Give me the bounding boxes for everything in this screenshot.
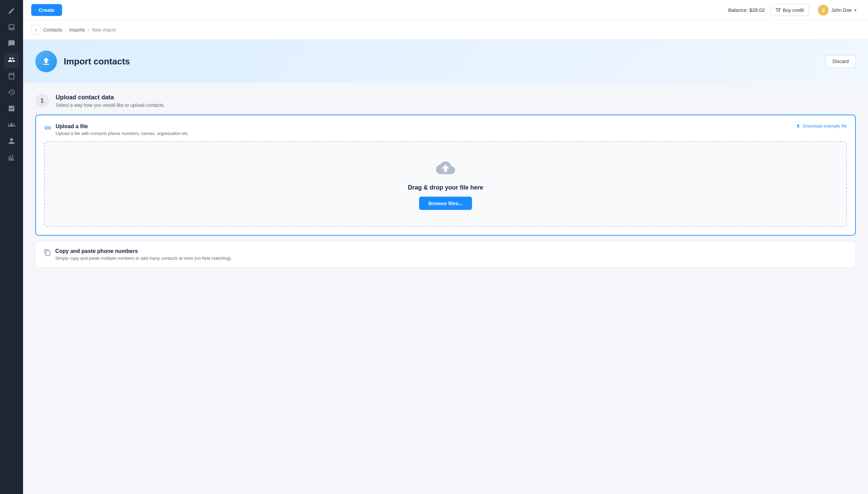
- sidebar-item-team[interactable]: [4, 118, 19, 133]
- step-description: Select a way how you would like to uploa…: [56, 102, 165, 108]
- history-icon: [8, 89, 15, 97]
- card-header-left: Upload a file Upload a file with contact…: [44, 124, 189, 136]
- chat-icon: [8, 40, 15, 49]
- team-icon: [8, 121, 15, 130]
- card-header: Upload a file Upload a file with contact…: [44, 124, 847, 136]
- card-title: Upload a file: [56, 124, 189, 130]
- sidebar-item-calendar[interactable]: [4, 69, 19, 84]
- discard-button[interactable]: Discard: [826, 55, 856, 68]
- calendar-icon: [8, 72, 15, 81]
- sidebar-item-compose[interactable]: [4, 4, 19, 19]
- drop-zone[interactable]: Drag & drop your file here Browse files.…: [44, 141, 847, 227]
- card-desc: Upload a file with contacts phone number…: [56, 131, 189, 136]
- page-header: Import contacts Discard: [23, 40, 868, 83]
- sidebar-item-inbox[interactable]: [4, 20, 19, 35]
- breadcrumb-contacts[interactable]: Contacts: [43, 27, 62, 33]
- breadcrumb-sep-2: ›: [88, 27, 90, 33]
- copy-desc: Simply copy and paste multiple numbers t…: [55, 255, 232, 261]
- sidebar-item-chat[interactable]: [4, 37, 19, 52]
- contacts-icon: [8, 56, 15, 65]
- sidebar: [0, 0, 23, 494]
- step-title: Upload contact data: [56, 94, 165, 101]
- create-button[interactable]: Create: [31, 4, 62, 16]
- card-text: Upload a file Upload a file with contact…: [56, 124, 189, 136]
- link-icon: [44, 124, 52, 133]
- breadcrumb-imports[interactable]: Imports: [69, 27, 85, 33]
- tasks-icon: [8, 105, 15, 114]
- reports-icon: [8, 154, 15, 163]
- sidebar-item-tasks[interactable]: [4, 102, 19, 117]
- step-text: Upload contact data Select a way how you…: [56, 94, 165, 108]
- copy-title: Copy and paste phone numbers: [55, 248, 232, 254]
- upload-icon: [41, 56, 51, 66]
- back-button[interactable]: ‹: [31, 25, 41, 35]
- breadcrumb-sep-1: ›: [65, 27, 66, 33]
- chevron-down-icon: ▾: [854, 8, 856, 13]
- buy-credit-button[interactable]: Buy credit: [770, 4, 809, 16]
- header-upload-icon-circle: [35, 51, 57, 72]
- buy-credit-label: Buy credit: [783, 7, 804, 13]
- upload-file-card: Upload a file Upload a file with contact…: [35, 115, 856, 236]
- download-label: Download example file: [803, 124, 847, 129]
- user-name: John Doe: [831, 7, 852, 13]
- topbar: Create Balance: $28.02 Buy credit J John…: [23, 0, 868, 20]
- compose-icon: [8, 7, 15, 16]
- page-header-left: Import contacts: [35, 51, 130, 72]
- sidebar-item-history[interactable]: [4, 86, 19, 100]
- page-title: Import contacts: [64, 56, 130, 67]
- drop-text: Drag & drop your file here: [408, 184, 483, 191]
- step-header: 1 Upload contact data Select a way how y…: [35, 94, 856, 108]
- user-icon: [8, 137, 15, 146]
- download-icon: [796, 124, 801, 129]
- cart-icon: [775, 7, 781, 13]
- breadcrumb-current: New import: [92, 27, 116, 33]
- main-area: Create Balance: $28.02 Buy credit J John…: [23, 0, 868, 494]
- page-body: 1 Upload contact data Select a way how y…: [23, 83, 868, 288]
- breadcrumb: ‹ Contacts › Imports › New import: [23, 20, 868, 40]
- copy-text: Copy and paste phone numbers Simply copy…: [55, 248, 232, 261]
- copy-icon: [44, 249, 51, 258]
- copy-card-header: Copy and paste phone numbers Simply copy…: [44, 248, 847, 261]
- step-number: 1: [35, 94, 49, 108]
- cloud-upload-icon: [436, 158, 455, 179]
- browse-files-button[interactable]: Browse files...: [419, 197, 472, 210]
- sidebar-item-contacts[interactable]: [4, 53, 19, 68]
- step-1-section: 1 Upload contact data Select a way how y…: [35, 94, 856, 268]
- avatar: J: [818, 5, 829, 16]
- sidebar-item-reports[interactable]: [4, 151, 19, 166]
- content-area: ‹ Contacts › Imports › New import Import…: [23, 20, 868, 494]
- sidebar-item-user[interactable]: [4, 134, 19, 149]
- inbox-icon: [8, 23, 15, 32]
- user-menu[interactable]: J John Doe ▾: [814, 3, 860, 18]
- balance-display: Balance: $28.02: [728, 7, 765, 13]
- copy-paste-card: Copy and paste phone numbers Simply copy…: [35, 241, 856, 268]
- download-example-link[interactable]: Download example file: [796, 124, 847, 129]
